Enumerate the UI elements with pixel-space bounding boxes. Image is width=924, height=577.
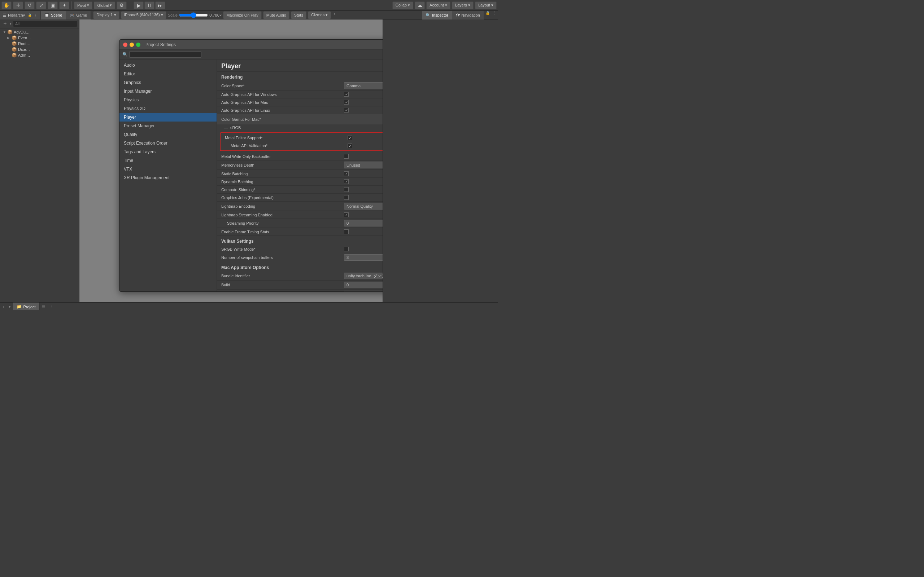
main-toolbar: ✋ ✛ ↺ ⤢ ▣ ✦ Pivot ▾ Global ▾ ⚙ ▶ ⏸ ⏭ Col… (0, 0, 498, 11)
category-input[interactable] (344, 291, 383, 292)
move-tool-btn[interactable]: ✛ (13, 2, 23, 10)
metal-write-only-checkbox[interactable] (344, 154, 349, 159)
arrow-down-icon[interactable]: ▾ (6, 305, 13, 309)
scene-tab[interactable]: 🔲 Scene (41, 11, 66, 19)
settings-item-vfx[interactable]: VFX (120, 165, 216, 174)
compute-skinning-checkbox[interactable] (344, 187, 349, 192)
resolution-dropdown[interactable]: iPhone5 (640x1136) ▾ (121, 11, 166, 19)
game-tab[interactable]: 🎮 Game (66, 11, 91, 19)
settings-item-tags[interactable]: Tags and Layers (120, 148, 216, 156)
settings-search-input[interactable] (129, 51, 201, 58)
frame-timing-checkbox[interactable] (344, 229, 349, 234)
scale-slider[interactable] (179, 12, 208, 18)
layers-button[interactable]: Layers ▾ (452, 2, 473, 10)
metal-api-validation-checkbox[interactable] (347, 143, 352, 148)
hierarchy-add-btn[interactable]: + (2, 21, 8, 27)
dynamic-batching-checkbox[interactable] (344, 179, 349, 184)
account-button[interactable]: Account ▾ (426, 2, 451, 10)
extra-tool-btn[interactable]: ⚙ (116, 2, 127, 10)
pivot-btn[interactable]: Pivot ▾ (74, 2, 92, 10)
settings-item-preset[interactable]: Preset Manager (120, 121, 216, 130)
stats-btn[interactable]: Stats (291, 11, 307, 19)
gameobj-icon: 📦 (11, 47, 17, 52)
lock-icon: 🔒 (28, 13, 32, 17)
project-tabs: + ▾ 📁 Project ☰ ⋮ (0, 303, 498, 310)
lightmap-streaming-label: Lightmap Streaming Enabled (221, 213, 344, 217)
settings-item-xr[interactable]: XR Plugin Management (120, 174, 216, 182)
settings-item-graphics[interactable]: Graphics (120, 78, 216, 87)
pause-button[interactable]: ⏸ (144, 2, 155, 10)
bundle-id-input[interactable] (344, 272, 383, 279)
settings-item-script[interactable]: Script Execution Order (120, 139, 216, 148)
color-space-dropdown[interactable]: Gamma ▾ (344, 82, 383, 89)
auto-graphics-linux-row: Auto Graphics API for Linux (217, 106, 383, 114)
graphics-jobs-label: Graphics Jobs (Experimental) (221, 195, 344, 200)
global-arrow: ▾ (110, 3, 112, 8)
settings-item-audio[interactable]: Audio (120, 61, 216, 69)
swapchain-input[interactable] (344, 254, 383, 261)
tree-item[interactable]: 📦 Dice… (0, 47, 79, 52)
hand-tool-btn[interactable]: ✋ (2, 2, 11, 10)
auto-graphics-mac-checkbox[interactable] (344, 100, 349, 105)
graphics-jobs-checkbox[interactable] (344, 195, 349, 200)
maximize-btn[interactable]: Maximize On Play (223, 11, 262, 19)
tree-item[interactable]: 📦 Adm… (0, 52, 79, 58)
tree-item[interactable]: ▶ 📦 Even… (0, 35, 79, 41)
collab-label: Collab ▾ (396, 3, 410, 8)
inspector-tab[interactable]: 🔍 Inspector (422, 11, 452, 19)
rotate-tool-btn[interactable]: ↺ (24, 2, 35, 10)
settings-item-player[interactable]: Player (120, 113, 216, 121)
build-input[interactable] (344, 282, 383, 288)
scale-tool-btn[interactable]: ⤢ (36, 2, 46, 10)
memoryless-depth-dropdown[interactable]: Unused ▾ (344, 161, 383, 168)
lightmap-encoding-text: Normal Quality (347, 204, 373, 208)
settings-item-physics2d[interactable]: Physics 2D (120, 104, 216, 113)
maximize-btn-tl[interactable] (136, 43, 141, 47)
step-button[interactable]: ⏭ (155, 2, 165, 10)
color-space-text: Gamma (347, 84, 360, 88)
hierarchy-search-input[interactable] (13, 21, 77, 27)
play-button[interactable]: ▶ (134, 2, 144, 10)
settings-item-physics[interactable]: Physics (120, 95, 216, 104)
metal-write-only-row: Metal Write-Only Backbuffer (217, 153, 383, 161)
settings-item-editor[interactable]: Editor (120, 69, 216, 78)
metal-highlighted-section: Metal Editor Support* Metal API Validati… (220, 132, 383, 151)
minimize-btn[interactable] (129, 43, 134, 47)
mute-btn[interactable]: Mute Audio (263, 11, 289, 19)
collab-button[interactable]: Collab ▾ (393, 2, 413, 10)
srgb-write-mode-checkbox[interactable] (344, 247, 349, 251)
rect-tool-btn[interactable]: ▣ (48, 2, 58, 10)
layout-button[interactable]: Layout ▾ (475, 2, 497, 10)
swapchain-value (344, 254, 383, 261)
global-btn[interactable]: Global ▾ (94, 2, 115, 10)
build-row: Build (217, 280, 383, 290)
cloud-button[interactable]: ☁ (415, 2, 425, 10)
static-batching-checkbox[interactable] (344, 171, 349, 176)
project-menu[interactable]: ☰ (40, 305, 48, 309)
settings-item-time[interactable]: Time (120, 156, 216, 165)
project-dots[interactable]: ⋮ (48, 305, 56, 309)
lightmap-encoding-dropdown[interactable]: Normal Quality ▾ (344, 203, 383, 210)
tree-item[interactable]: ▼ 📦 AdvDu… (0, 29, 79, 35)
close-btn[interactable] (123, 43, 128, 47)
settings-item-quality[interactable]: Quality (120, 130, 216, 139)
navigation-tab[interactable]: 🗺 Navigation (452, 11, 484, 19)
menu-icon[interactable]: ⋮ (34, 13, 37, 17)
menu-dots[interactable]: ⋮ (333, 13, 336, 17)
menu-dots-right[interactable]: ⋮ (491, 11, 498, 19)
streaming-priority-input[interactable] (344, 220, 383, 226)
navigation-icon: 🗺 (456, 13, 460, 17)
auto-graphics-linux-checkbox[interactable] (344, 108, 349, 113)
mute-label: Mute Audio (267, 13, 286, 17)
metal-editor-support-checkbox[interactable] (347, 135, 352, 140)
gizmos-btn[interactable]: Gizmos ▾ (308, 11, 331, 19)
project-tab[interactable]: 📁 Project (13, 303, 39, 310)
auto-graphics-windows-checkbox[interactable] (344, 92, 349, 97)
add-folder-btn[interactable]: + (0, 305, 6, 309)
lightmap-streaming-checkbox[interactable] (344, 213, 349, 217)
display-dropdown[interactable]: Display 1 ▾ (93, 11, 119, 19)
settings-item-input[interactable]: Input Manager (120, 87, 216, 95)
tree-item[interactable]: 📦 Root… (0, 41, 79, 47)
static-batching-row: Static Batching (217, 170, 383, 178)
custom-tool-btn[interactable]: ✦ (59, 2, 69, 10)
